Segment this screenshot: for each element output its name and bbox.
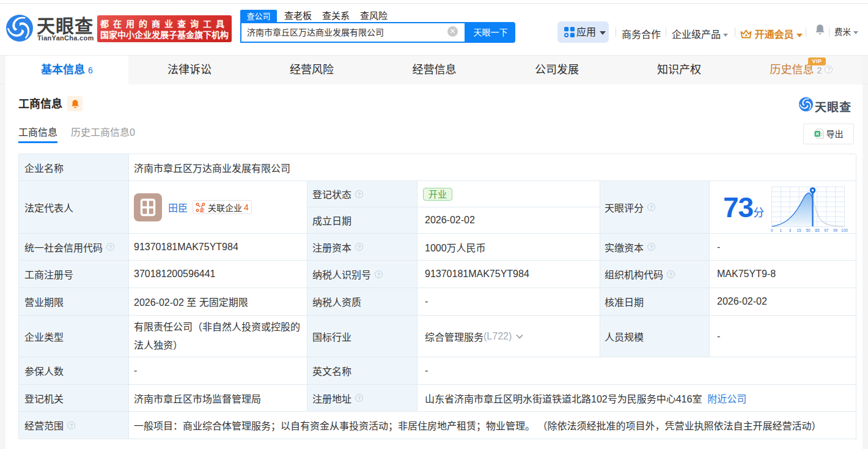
svg-text:100: 100 xyxy=(841,228,848,232)
svg-text:企: 企 xyxy=(199,207,205,212)
svg-text:0: 0 xyxy=(771,228,773,232)
svg-text:15: 15 xyxy=(796,228,801,232)
svg-text:85: 85 xyxy=(815,228,820,232)
svg-text:50: 50 xyxy=(806,228,811,232)
svg-text:3: 3 xyxy=(789,228,791,232)
svg-text:1: 1 xyxy=(780,228,782,232)
svg-text:99: 99 xyxy=(833,228,838,232)
svg-text:97: 97 xyxy=(824,228,829,232)
